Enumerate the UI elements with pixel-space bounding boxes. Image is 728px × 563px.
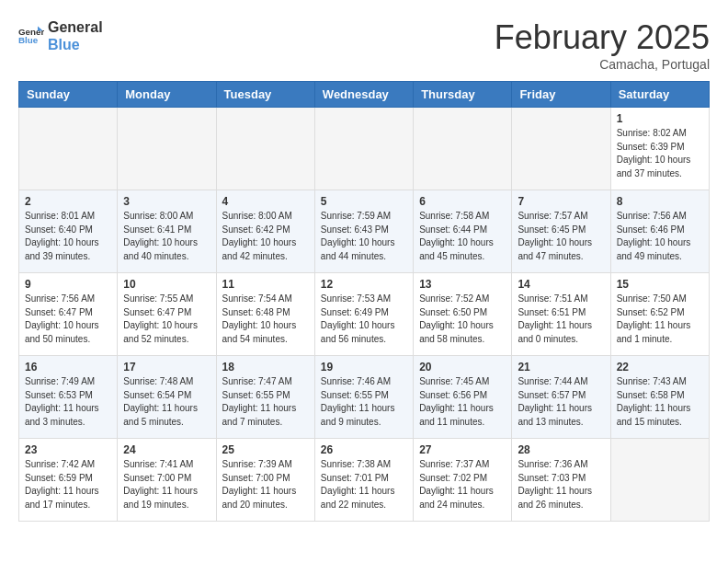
- calendar-cell: 1Sunrise: 8:02 AM Sunset: 6:39 PM Daylig…: [610, 108, 709, 190]
- calendar-cell: 14Sunrise: 7:51 AM Sunset: 6:51 PM Dayli…: [512, 273, 610, 356]
- day-number: 14: [518, 278, 604, 291]
- day-number: 2: [25, 195, 111, 208]
- day-info: Sunrise: 7:47 AM Sunset: 6:55 PM Dayligh…: [222, 375, 309, 429]
- calendar-cell: 18Sunrise: 7:47 AM Sunset: 6:55 PM Dayli…: [216, 356, 314, 439]
- day-number: 17: [123, 361, 210, 373]
- calendar-cell: 8Sunrise: 7:56 AM Sunset: 6:46 PM Daylig…: [610, 190, 709, 273]
- day-info: Sunrise: 8:01 AM Sunset: 6:40 PM Dayligh…: [25, 210, 111, 263]
- calendar-week-row: 1Sunrise: 8:02 AM Sunset: 6:39 PM Daylig…: [19, 108, 710, 190]
- weekday-header: Wednesday: [314, 82, 413, 108]
- calendar-cell: 20Sunrise: 7:45 AM Sunset: 6:56 PM Dayli…: [414, 356, 512, 439]
- weekday-header: Sunday: [19, 82, 118, 108]
- day-number: 27: [419, 443, 506, 456]
- weekday-header: Friday: [512, 82, 610, 108]
- calendar-cell: [610, 439, 709, 522]
- page-header: General Blue General Blue February 2025 …: [18, 18, 710, 72]
- day-info: Sunrise: 7:48 AM Sunset: 6:54 PM Dayligh…: [123, 375, 210, 429]
- calendar-cell: 28Sunrise: 7:36 AM Sunset: 7:03 PM Dayli…: [512, 439, 610, 522]
- day-info: Sunrise: 7:46 AM Sunset: 6:55 PM Dayligh…: [321, 375, 407, 429]
- day-number: 6: [419, 195, 506, 208]
- calendar-cell: [512, 108, 610, 190]
- day-info: Sunrise: 7:54 AM Sunset: 6:48 PM Dayligh…: [222, 293, 309, 346]
- calendar-cell: 15Sunrise: 7:50 AM Sunset: 6:52 PM Dayli…: [610, 273, 709, 356]
- logo: General Blue General Blue: [18, 18, 103, 53]
- calendar-cell: 19Sunrise: 7:46 AM Sunset: 6:55 PM Dayli…: [314, 356, 413, 439]
- day-number: 3: [123, 195, 210, 208]
- day-info: Sunrise: 7:59 AM Sunset: 6:43 PM Dayligh…: [321, 210, 407, 263]
- calendar-cell: 25Sunrise: 7:39 AM Sunset: 7:00 PM Dayli…: [216, 439, 314, 522]
- day-info: Sunrise: 8:00 AM Sunset: 6:42 PM Dayligh…: [222, 210, 309, 263]
- day-number: 4: [222, 195, 309, 208]
- calendar-week-row: 23Sunrise: 7:42 AM Sunset: 6:59 PM Dayli…: [19, 439, 710, 522]
- calendar-cell: 10Sunrise: 7:55 AM Sunset: 6:47 PM Dayli…: [118, 273, 216, 356]
- day-number: 21: [518, 361, 604, 373]
- day-info: Sunrise: 7:52 AM Sunset: 6:50 PM Dayligh…: [419, 293, 506, 346]
- calendar-cell: 7Sunrise: 7:57 AM Sunset: 6:45 PM Daylig…: [512, 190, 610, 273]
- calendar-cell: 21Sunrise: 7:44 AM Sunset: 6:57 PM Dayli…: [512, 356, 610, 439]
- day-number: 8: [617, 195, 703, 208]
- day-number: 19: [321, 361, 407, 373]
- calendar-cell: 4Sunrise: 8:00 AM Sunset: 6:42 PM Daylig…: [216, 190, 314, 273]
- day-number: 20: [419, 361, 506, 373]
- calendar-cell: [118, 108, 216, 190]
- day-number: 10: [123, 278, 210, 291]
- calendar-cell: 9Sunrise: 7:56 AM Sunset: 6:47 PM Daylig…: [19, 273, 118, 356]
- calendar-table: SundayMondayTuesdayWednesdayThursdayFrid…: [18, 81, 710, 522]
- day-number: 12: [321, 278, 407, 291]
- calendar-cell: 17Sunrise: 7:48 AM Sunset: 6:54 PM Dayli…: [118, 356, 216, 439]
- day-info: Sunrise: 7:56 AM Sunset: 6:47 PM Dayligh…: [25, 293, 111, 346]
- day-info: Sunrise: 7:43 AM Sunset: 6:58 PM Dayligh…: [617, 375, 703, 429]
- calendar-cell: [314, 108, 413, 190]
- title-block: February 2025 Camacha, Portugal: [495, 18, 710, 72]
- day-info: Sunrise: 7:57 AM Sunset: 6:45 PM Dayligh…: [518, 210, 604, 263]
- day-info: Sunrise: 7:36 AM Sunset: 7:03 PM Dayligh…: [518, 458, 604, 511]
- weekday-header: Thursday: [414, 82, 512, 108]
- logo-general: General: [48, 18, 103, 36]
- day-info: Sunrise: 7:44 AM Sunset: 6:57 PM Dayligh…: [518, 375, 604, 429]
- day-number: 5: [321, 195, 407, 208]
- logo-icon: General Blue: [18, 23, 44, 49]
- calendar-header-row: SundayMondayTuesdayWednesdayThursdayFrid…: [19, 82, 710, 108]
- day-info: Sunrise: 7:55 AM Sunset: 6:47 PM Dayligh…: [123, 293, 210, 346]
- calendar-cell: 6Sunrise: 7:58 AM Sunset: 6:44 PM Daylig…: [414, 190, 512, 273]
- day-info: Sunrise: 7:42 AM Sunset: 6:59 PM Dayligh…: [25, 458, 111, 511]
- weekday-header: Saturday: [610, 82, 709, 108]
- calendar-cell: 11Sunrise: 7:54 AM Sunset: 6:48 PM Dayli…: [216, 273, 314, 356]
- svg-text:Blue: Blue: [18, 36, 39, 46]
- day-info: Sunrise: 7:41 AM Sunset: 7:00 PM Dayligh…: [123, 458, 210, 511]
- calendar-cell: 5Sunrise: 7:59 AM Sunset: 6:43 PM Daylig…: [314, 190, 413, 273]
- calendar-week-row: 9Sunrise: 7:56 AM Sunset: 6:47 PM Daylig…: [19, 273, 710, 356]
- day-number: 16: [25, 361, 111, 373]
- calendar-week-row: 2Sunrise: 8:01 AM Sunset: 6:40 PM Daylig…: [19, 190, 710, 273]
- day-number: 11: [222, 278, 309, 291]
- day-info: Sunrise: 8:00 AM Sunset: 6:41 PM Dayligh…: [123, 210, 210, 263]
- day-info: Sunrise: 7:39 AM Sunset: 7:00 PM Dayligh…: [222, 458, 309, 511]
- day-info: Sunrise: 7:51 AM Sunset: 6:51 PM Dayligh…: [518, 293, 604, 346]
- day-number: 24: [123, 443, 210, 456]
- day-info: Sunrise: 8:02 AM Sunset: 6:39 PM Dayligh…: [617, 127, 703, 180]
- day-number: 26: [321, 443, 407, 456]
- day-info: Sunrise: 7:38 AM Sunset: 7:01 PM Dayligh…: [321, 458, 407, 511]
- day-number: 18: [222, 361, 309, 373]
- day-info: Sunrise: 7:37 AM Sunset: 7:02 PM Dayligh…: [419, 458, 506, 511]
- calendar-cell: 23Sunrise: 7:42 AM Sunset: 6:59 PM Dayli…: [19, 439, 118, 522]
- calendar-cell: 27Sunrise: 7:37 AM Sunset: 7:02 PM Dayli…: [414, 439, 512, 522]
- day-number: 15: [617, 278, 703, 291]
- day-number: 23: [25, 443, 111, 456]
- day-info: Sunrise: 7:45 AM Sunset: 6:56 PM Dayligh…: [419, 375, 506, 429]
- calendar-cell: 26Sunrise: 7:38 AM Sunset: 7:01 PM Dayli…: [314, 439, 413, 522]
- calendar-week-row: 16Sunrise: 7:49 AM Sunset: 6:53 PM Dayli…: [19, 356, 710, 439]
- month-title: February 2025: [495, 18, 710, 57]
- day-info: Sunrise: 7:49 AM Sunset: 6:53 PM Dayligh…: [25, 375, 111, 429]
- calendar-cell: 3Sunrise: 8:00 AM Sunset: 6:41 PM Daylig…: [118, 190, 216, 273]
- day-info: Sunrise: 7:50 AM Sunset: 6:52 PM Dayligh…: [617, 293, 703, 346]
- day-number: 7: [518, 195, 604, 208]
- day-number: 1: [617, 112, 703, 125]
- calendar-cell: 22Sunrise: 7:43 AM Sunset: 6:58 PM Dayli…: [610, 356, 709, 439]
- calendar-cell: [216, 108, 314, 190]
- day-info: Sunrise: 7:56 AM Sunset: 6:46 PM Dayligh…: [617, 210, 703, 263]
- calendar-cell: 16Sunrise: 7:49 AM Sunset: 6:53 PM Dayli…: [19, 356, 118, 439]
- weekday-header: Monday: [118, 82, 216, 108]
- weekday-header: Tuesday: [216, 82, 314, 108]
- day-number: 25: [222, 443, 309, 456]
